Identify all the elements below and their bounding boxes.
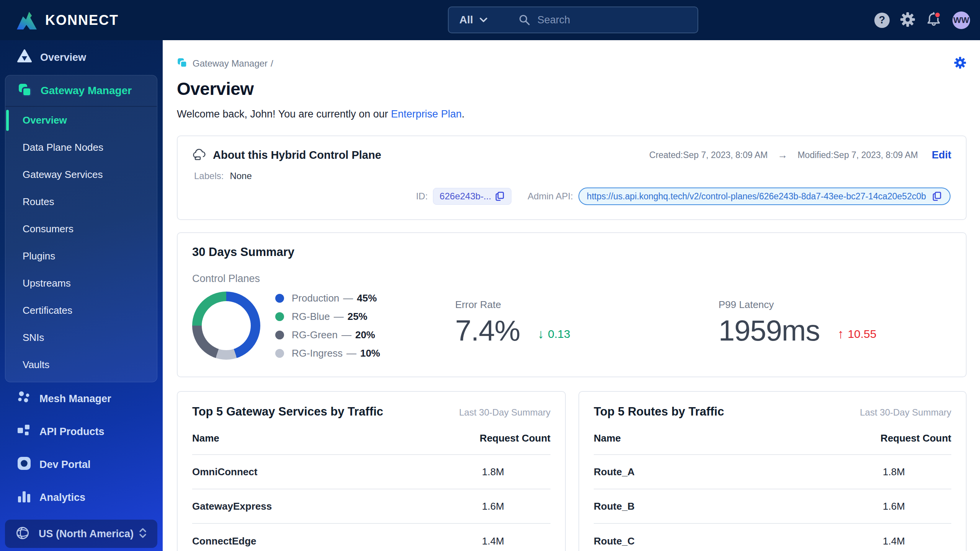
legend-label: RG-Green [292, 329, 338, 341]
service-name: OmniConnect [192, 466, 257, 478]
edit-button[interactable]: Edit [932, 149, 951, 161]
breadcrumb-gateway-manager[interactable]: Gateway Manager [177, 57, 268, 70]
sidebar-subitem-overview[interactable]: Overview [5, 107, 157, 134]
subitem-label: Vaults [23, 359, 49, 371]
table-header: Name Request Count [192, 432, 550, 444]
section-label: Dev Portal [39, 459, 91, 471]
sidebar-subitem-plugins[interactable]: Plugins [5, 243, 157, 270]
sidebar-item-api-products[interactable]: API Products [0, 418, 163, 445]
global-search[interactable]: All Search [448, 7, 698, 33]
gateway-manager-label: Gateway Manager [41, 85, 132, 97]
legend-label: RG-Ingress [292, 347, 343, 359]
arrow-down-icon: ↓ [537, 326, 544, 341]
sidebar: Overview Gateway Manager Overview Data P… [0, 40, 163, 551]
breadcrumb-separator: / [271, 58, 273, 69]
table-row: Route_C1.4M [594, 524, 951, 551]
kong-logo-icon [15, 7, 39, 33]
id-value: 626e243b-... [439, 191, 491, 202]
sidebar-subitem-upstreams[interactable]: Upstreams [5, 270, 157, 297]
sidebar-subitem-snis[interactable]: SNIs [5, 324, 157, 351]
sidebar-subitem-data-plane-nodes[interactable]: Data Plane Nodes [5, 134, 157, 161]
created-timestamp: Created:Sep 7, 2023, 8:09 AM [649, 150, 768, 160]
subitem-label: Routes [23, 196, 54, 208]
labels-row: Labels: None [194, 171, 951, 181]
gear-icon[interactable] [900, 11, 916, 29]
route-name: Route_B [594, 500, 635, 512]
legend-value: 45% [357, 292, 377, 304]
admin-api-url: https://us.api.konghq.tech/v2/control-pl… [587, 191, 926, 202]
legend-dot [275, 331, 284, 339]
sidebar-item-overview[interactable]: Overview [0, 45, 163, 70]
overview-icon [17, 49, 32, 66]
column-name: Name [594, 432, 621, 444]
region-label: US (North America) [39, 528, 139, 540]
breadcrumb: Gateway Manager / [177, 56, 967, 71]
brand-wordmark: KONNECT [45, 12, 119, 28]
service-name: ConnectEdge [192, 535, 256, 547]
arrow-up-icon: ↑ [837, 326, 844, 341]
welcome-suffix: . [462, 108, 465, 120]
sidebar-item-dev-portal[interactable]: Dev Portal [0, 451, 163, 478]
error-rate-delta: ↓0.13 [537, 326, 570, 341]
legend-dot [275, 349, 284, 358]
request-count: 1.4M [836, 535, 951, 547]
subitem-label: Plugins [23, 250, 55, 262]
legend-value: 20% [355, 329, 375, 341]
sidebar-item-gateway-manager[interactable]: Gateway Manager [5, 75, 157, 107]
sidebar-subitem-consumers[interactable]: Consumers [5, 215, 157, 243]
routes-card-subtitle: Last 30-Day Summary [860, 407, 951, 418]
column-request-count: Request Count [436, 432, 550, 444]
control-plane-copies-icon [18, 83, 32, 99]
topbar: KONNECT All Search ? [0, 0, 980, 40]
search-icon [518, 14, 531, 26]
request-count: 1.8M [436, 466, 550, 478]
subitem-label: Certificates [23, 305, 72, 316]
about-card-meta: Created:Sep 7, 2023, 8:09 AM → Modified:… [649, 149, 918, 161]
subitem-label: Data Plane Nodes [23, 142, 103, 153]
enterprise-plan-link[interactable]: Enterprise Plan [391, 108, 462, 120]
brand[interactable]: KONNECT [15, 7, 119, 33]
mesh-manager-icon [17, 391, 31, 407]
table-header: Name Request Count [594, 432, 951, 444]
page-settings-gear-icon[interactable] [954, 56, 967, 71]
subitem-label: Upstreams [23, 277, 71, 289]
summary-title: 30 Days Summary [192, 245, 951, 259]
table-row: Route_B1.6M [594, 489, 951, 524]
admin-api-pill[interactable]: https://us.api.konghq.tech/v2/control-pl… [578, 187, 951, 205]
sidebar-item-label: Overview [40, 52, 86, 64]
table-row: ConnectEdge1.4M [192, 524, 550, 551]
welcome-text: Welcome back, John! You are currently on… [177, 108, 967, 120]
legend-label: Production [292, 292, 339, 304]
avatar[interactable]: WW [952, 11, 970, 29]
legend-item: RG-Blue—25% [275, 311, 380, 323]
copy-icon [932, 191, 942, 201]
error-rate-metric: Error Rate 7.4% ↓0.13 [455, 299, 570, 345]
admin-api-label: Admin API: [528, 191, 573, 202]
sidebar-item-analytics[interactable]: Analytics [0, 484, 163, 511]
subitem-label: Gateway Services [23, 169, 103, 181]
copy-icon [495, 191, 505, 201]
sidebar-subitem-certificates[interactable]: Certificates [5, 297, 157, 324]
legend-item: Production—45% [275, 292, 380, 304]
services-card-title: Top 5 Gateway Services by Traffic [192, 405, 383, 419]
sidebar-subitem-vaults[interactable]: Vaults [5, 351, 157, 378]
p99-latency-metric: P99 Latency 1959ms ↑10.55 [719, 299, 876, 345]
sidebar-subitem-gateway-services[interactable]: Gateway Services [5, 161, 157, 188]
sidebar-subitem-routes[interactable]: Routes [5, 188, 157, 215]
subitem-label: Consumers [23, 223, 74, 235]
p99-latency-value: 1959ms [719, 316, 820, 345]
control-plane-id-pill[interactable]: 626e243b-... [433, 188, 511, 205]
main-content: Gateway Manager / Overview Welcome back,… [163, 40, 980, 551]
chevron-down-icon[interactable] [479, 17, 488, 23]
help-icon[interactable]: ? [874, 13, 890, 28]
legend-item: RG-Ingress—10% [275, 347, 380, 359]
control-plane-copies-icon [177, 57, 188, 70]
notifications-bell-icon[interactable] [926, 11, 942, 29]
sidebar-item-mesh-manager[interactable]: Mesh Manager [0, 385, 163, 412]
region-selector[interactable]: US (North America) [5, 520, 157, 548]
subitem-label: Overview [23, 114, 67, 126]
thirty-days-summary-card: 30 Days Summary Control Planes Productio… [177, 232, 967, 377]
search-input[interactable]: Search [537, 14, 570, 26]
search-scope-value[interactable]: All [459, 14, 473, 26]
api-products-icon [17, 424, 31, 440]
